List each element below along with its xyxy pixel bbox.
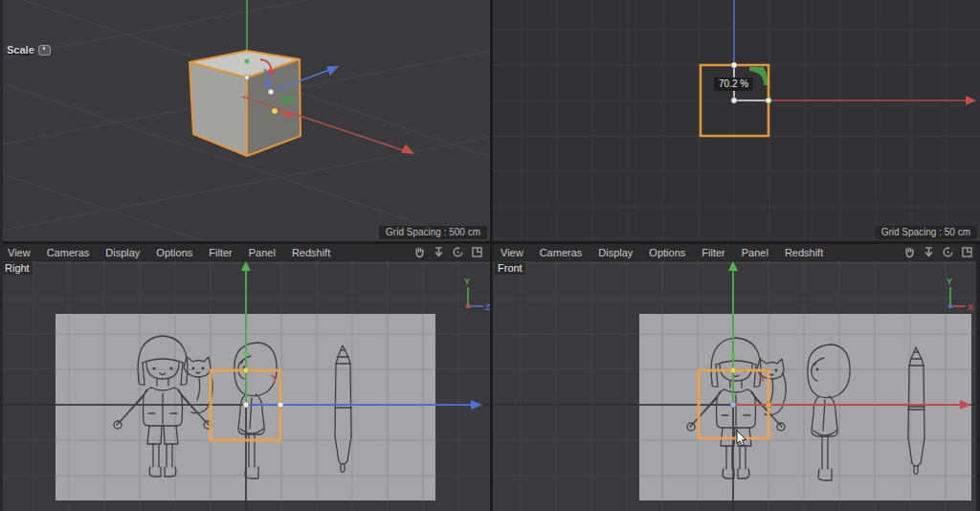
menu-item-options[interactable]: Options — [156, 247, 192, 258]
right-handle[interactable] — [766, 402, 771, 408]
axis-up-label: Y — [464, 277, 470, 286]
yellow-handle[interactable] — [243, 367, 249, 373]
active-tool-hint: Scale — [7, 44, 51, 56]
toggle-view-icon[interactable] — [471, 246, 483, 258]
window-left-edge — [0, 0, 3, 511]
right-view-body[interactable]: Y Z Right — [0, 260, 490, 511]
pan-hand-icon[interactable] — [413, 246, 426, 258]
viewport-front[interactable]: ViewCamerasDisplayOptionsFilterPanelReds… — [493, 244, 980, 511]
menu-item-display[interactable]: Display — [105, 247, 140, 258]
center-handle[interactable] — [243, 402, 249, 408]
x-axis-arrow — [966, 96, 976, 105]
menu-item-options[interactable]: Options — [649, 247, 685, 258]
center-handle — [268, 89, 274, 95]
scale-readout: 70.2 % — [714, 78, 753, 91]
c4d-quad-viewport: Scale Grid Spacing : 500 cm 70.2 % Grid … — [0, 0, 980, 511]
front-view-body[interactable]: Y X Front — [493, 260, 980, 511]
top-canvas — [493, 0, 980, 241]
grid-spacing-label: Grid Spacing : 50 cm — [875, 226, 977, 239]
pan-hand-icon[interactable] — [903, 246, 916, 258]
menu-item-view[interactable]: View — [8, 247, 31, 258]
viewport-menu: ViewCamerasDisplayOptionsFilterPanelReds… — [0, 247, 413, 258]
menu-item-view[interactable]: View — [501, 247, 523, 258]
toggle-view-icon[interactable] — [961, 246, 973, 258]
viewport-name-label: Right — [2, 262, 33, 275]
viewport-top[interactable]: 70.2 % Grid Spacing : 50 cm — [493, 0, 980, 241]
menu-item-panel[interactable]: Panel — [742, 247, 768, 258]
z-axis-arrow — [326, 66, 339, 76]
right-view-canvas: Y Z — [0, 260, 490, 511]
yellow-handle[interactable] — [730, 367, 736, 373]
viewport-right[interactable]: ViewCamerasDisplayOptionsFilterPanelReds… — [0, 244, 490, 511]
cube-object[interactable] — [189, 51, 301, 156]
dolly-arrow-icon[interactable] — [923, 246, 935, 258]
mouse-drag-icon — [38, 45, 51, 56]
right-handle[interactable] — [278, 402, 283, 408]
menu-item-panel[interactable]: Panel — [249, 247, 276, 258]
center-handle[interactable] — [730, 402, 736, 408]
viewport-name-label: Front — [495, 262, 525, 275]
menu-item-redshift[interactable]: Redshift — [785, 247, 823, 258]
window-right-edge — [976, 244, 980, 511]
axis-up-label: Y — [947, 277, 952, 286]
menu-item-cameras[interactable]: Cameras — [540, 247, 583, 258]
menu-item-redshift[interactable]: Redshift — [292, 247, 330, 258]
axis-indicator: Y Z — [464, 277, 490, 312]
green-handle[interactable] — [731, 354, 736, 359]
green-handle[interactable] — [244, 351, 249, 356]
yellow-handle — [272, 108, 278, 114]
active-tool-label: Scale — [7, 44, 34, 56]
menu-item-cameras[interactable]: Cameras — [47, 247, 90, 258]
viewport-nav-icons — [903, 246, 980, 258]
menu-item-display[interactable]: Display — [598, 247, 633, 258]
x-axis-arrow — [401, 144, 414, 155]
viewport-menubar: ViewCamerasDisplayOptionsFilterPanelReds… — [493, 244, 980, 261]
vertical-divider[interactable] — [490, 0, 493, 511]
top-handle[interactable] — [731, 62, 737, 68]
dolly-arrow-icon[interactable] — [433, 246, 445, 258]
axis-right-label: X — [968, 302, 973, 312]
z-axis-arrow — [471, 400, 482, 410]
viewport-perspective[interactable]: Scale Grid Spacing : 500 cm — [0, 0, 490, 241]
viewport-menubar: ViewCamerasDisplayOptionsFilterPanelReds… — [0, 244, 490, 261]
perspective-canvas — [0, 0, 490, 241]
green-handle — [245, 59, 250, 64]
right-handle[interactable] — [766, 98, 771, 103]
grid-spacing-label: Grid Spacing : 500 cm — [379, 226, 487, 239]
ortho-grid — [493, 0, 980, 241]
orbit-icon[interactable] — [942, 246, 954, 258]
center-handle[interactable] — [731, 98, 737, 103]
viewport-menu: ViewCamerasDisplayOptionsFilterPanelReds… — [493, 247, 903, 258]
vertex-handle — [245, 76, 250, 80]
menu-item-filter[interactable]: Filter — [209, 247, 232, 258]
viewport-nav-icons — [413, 246, 490, 258]
menu-item-filter[interactable]: Filter — [702, 247, 724, 258]
orbit-icon[interactable] — [452, 246, 464, 258]
axis-indicator: Y X — [947, 277, 973, 312]
front-view-canvas: Y X — [493, 260, 980, 511]
